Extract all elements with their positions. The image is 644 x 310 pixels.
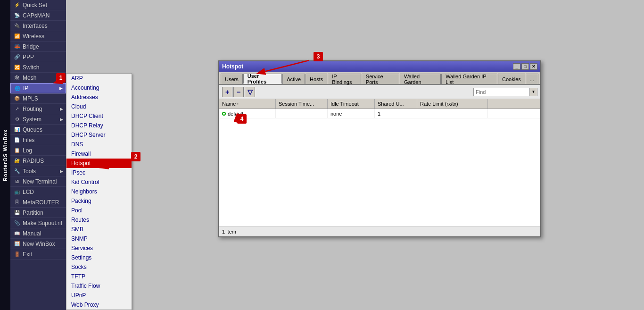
minimize-button[interactable]: _: [513, 63, 520, 70]
remove-button[interactable]: −: [233, 87, 244, 97]
tab-more[interactable]: ...: [526, 74, 538, 84]
sidebar-item-exit[interactable]: 🚪 Exit: [10, 249, 66, 260]
submenu-item-accounting[interactable]: Accounting: [66, 83, 132, 92]
tab-walled-garden[interactable]: Walled Garden: [400, 74, 441, 84]
sidebar-item-bridge[interactable]: 🌉 Bridge: [10, 42, 66, 52]
sidebar-label-mesh: Mesh: [23, 75, 36, 81]
badge-1: 1: [56, 73, 66, 83]
sidebar-label-capsman: CAPsMAN: [23, 12, 50, 19]
submenu-item-firewall[interactable]: Firewall: [66, 149, 132, 159]
partition-icon: 💾: [13, 209, 21, 217]
bridge-icon: 🌉: [13, 43, 21, 50]
submenu-item-settings[interactable]: Settings: [66, 253, 132, 262]
manual-icon: 📖: [13, 230, 21, 237]
submenu-item-snmp[interactable]: SNMP: [66, 234, 132, 243]
submenu-item-dhcp-server[interactable]: DHCP Server: [66, 130, 132, 140]
sidebar-item-wireless[interactable]: 📶 Wireless: [10, 31, 66, 42]
submenu-item-web-proxy[interactable]: Web Proxy: [66, 300, 132, 310]
new-terminal-icon: 🖥: [13, 178, 21, 185]
tab-user-profiles[interactable]: User Profiles: [243, 74, 282, 84]
col-header-shared-users[interactable]: Shared U...: [375, 99, 417, 109]
traffic-flow-label: Traffic Flow: [71, 283, 100, 289]
dhcp-server-label: DHCP Server: [71, 132, 105, 138]
submenu-item-traffic-flow[interactable]: Traffic Flow: [66, 281, 132, 291]
tab-active[interactable]: Active: [282, 74, 305, 84]
submenu-item-neighbors[interactable]: Neighbors: [66, 187, 132, 196]
submenu-item-cloud[interactable]: Cloud: [66, 102, 132, 111]
maximize-button[interactable]: □: [521, 63, 529, 70]
submenu-item-smb[interactable]: SMB: [66, 225, 132, 234]
sidebar-item-switch[interactable]: 🔀 Switch: [10, 62, 66, 73]
col-header-name[interactable]: Name ↕: [219, 99, 276, 109]
sidebar-label-ip: IP: [23, 85, 28, 92]
close-button[interactable]: ✕: [530, 63, 537, 70]
neighbors-label: Neighbors: [71, 188, 97, 195]
sidebar-item-routing[interactable]: ↗ Routing ▶: [10, 104, 66, 114]
sidebar-item-ip[interactable]: 🌐 IP ▶: [10, 83, 66, 93]
sidebar-label-make-supout: Make Supout.rif: [23, 220, 62, 226]
sidebar-item-make-supout[interactable]: 📎 Make Supout.rif: [10, 218, 66, 228]
submenu-item-arp[interactable]: ARP: [66, 74, 132, 83]
table-header: Name ↕ Session Time... Idle Timeout Shar…: [219, 99, 540, 109]
dhcp-relay-label: DHCP Relay: [71, 122, 103, 129]
submenu-item-dhcp-relay[interactable]: DHCP Relay: [66, 121, 132, 130]
add-button[interactable]: +: [222, 87, 232, 97]
search-input[interactable]: [473, 88, 530, 96]
sidebar-item-ppp[interactable]: 🔗 PPP: [10, 52, 66, 62]
tab-users[interactable]: Users: [221, 74, 243, 84]
sidebar-item-manual[interactable]: 📖 Manual: [10, 228, 66, 239]
submenu-item-pool[interactable]: Pool: [66, 206, 132, 215]
submenu-item-routes[interactable]: Routes: [66, 215, 132, 225]
tab-hosts[interactable]: Hosts: [305, 74, 327, 84]
mesh-icon: 🕸: [13, 74, 21, 82]
sidebar-item-new-terminal[interactable]: 🖥 New Terminal: [10, 176, 66, 187]
submenu-item-dhcp-client[interactable]: DHCP Client: [66, 111, 132, 121]
submenu-item-kid-control[interactable]: Kid Control: [66, 177, 132, 187]
submenu-item-dns[interactable]: DNS: [66, 140, 132, 149]
submenu-item-hotspot[interactable]: Hotspot: [66, 159, 132, 168]
sidebar-item-queues[interactable]: 📊 Queues: [10, 125, 66, 135]
col-header-idle-timeout[interactable]: Idle Timeout: [328, 99, 375, 109]
status-text: 1 item: [222, 229, 236, 235]
submenu-item-ipsec[interactable]: IPsec: [66, 168, 132, 177]
sidebar-item-interfaces[interactable]: 🔌 Interfaces: [10, 21, 66, 31]
submenu-item-socks[interactable]: Socks: [66, 262, 132, 272]
sidebar-label-mpls: MPLS: [23, 95, 38, 102]
sidebar-item-log[interactable]: 📋 Log: [10, 145, 66, 156]
search-area: ▼: [473, 88, 537, 96]
submenu-item-packing[interactable]: Packing: [66, 196, 132, 206]
submenu-item-services[interactable]: Services: [66, 243, 132, 253]
submenu-item-upnp[interactable]: UPnP: [66, 291, 132, 300]
submenu-item-tftp[interactable]: TFTP: [66, 272, 132, 281]
col-header-session-time[interactable]: Session Time...: [276, 99, 328, 109]
sidebar-item-capsman[interactable]: 📡 CAPsMAN: [10, 10, 66, 21]
sidebar-item-partition[interactable]: 💾 Partition: [10, 208, 66, 218]
tab-service-ports[interactable]: Service Ports: [362, 74, 399, 84]
make-supout-icon: 📎: [13, 219, 21, 227]
table-row[interactable]: default none 1: [219, 109, 540, 118]
sidebar-item-radius[interactable]: 🔐 RADIUS: [10, 156, 66, 166]
tab-ip-bindings[interactable]: IP Bindings: [328, 74, 361, 84]
tftp-label: TFTP: [71, 273, 85, 280]
tab-walled-garden-ip[interactable]: Walled Garden IP List: [441, 74, 497, 84]
search-dropdown-button[interactable]: ▼: [530, 88, 537, 96]
arp-label: ARP: [71, 75, 83, 82]
badge-2: 2: [131, 152, 140, 161]
sidebar-item-metarouter[interactable]: 🗄 MetaROUTER: [10, 197, 66, 208]
sidebar-item-system[interactable]: ⚙ System ▶: [10, 114, 66, 125]
tab-cookies[interactable]: Cookies: [498, 74, 525, 84]
cell-session-time: [276, 109, 328, 118]
sidebar-label-log: Log: [23, 147, 32, 154]
tools-icon: 🔧: [13, 168, 21, 175]
sidebar-item-files[interactable]: 📄 Files: [10, 135, 66, 145]
ip-arrow-icon: ▶: [59, 86, 63, 91]
sidebar-item-tools[interactable]: 🔧 Tools ▶: [10, 166, 66, 176]
sidebar-item-quick-set[interactable]: ⚡ Quick Set: [10, 0, 66, 10]
filter-button[interactable]: ▽: [245, 87, 255, 97]
submenu-item-addresses[interactable]: Addresses: [66, 92, 132, 102]
sidebar-item-lcd[interactable]: 📺 LCD: [10, 187, 66, 197]
metarouter-icon: 🗄: [13, 199, 21, 206]
sidebar-item-mpls[interactable]: 📦 MPLS: [10, 93, 66, 104]
col-header-rate-limit[interactable]: Rate Limit (rx/tx): [417, 99, 488, 109]
sidebar-item-new-winbox[interactable]: 🪟 New WinBox: [10, 239, 66, 249]
